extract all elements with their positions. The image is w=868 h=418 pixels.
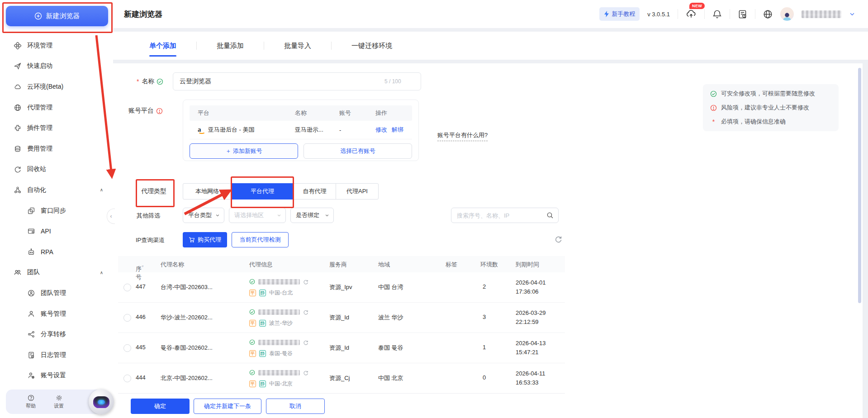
sidebar-item-api[interactable]: API (0, 221, 113, 242)
sidebar-item-plugin-management[interactable]: 插件管理 (0, 118, 113, 138)
amazon-icon: a (198, 126, 205, 134)
badge-static: 静 (259, 290, 266, 296)
proxy-type-own-proxy[interactable]: 自有代理 (293, 183, 336, 200)
row-radio[interactable] (123, 284, 131, 291)
tab-label: 批量导入 (284, 42, 311, 50)
cloud-sync-button[interactable]: NEW (686, 9, 697, 19)
sidebar-item-cloud-env[interactable]: 云环境(Beta) (0, 76, 113, 97)
chevron-down-icon (277, 213, 281, 218)
proxy-ok-icon (249, 309, 255, 315)
check-current-page-proxy-button[interactable]: 当前页代理检测 (232, 232, 289, 247)
tutorial-badge[interactable]: 新手教程 (599, 7, 640, 21)
refresh-list-icon[interactable] (555, 235, 562, 243)
row-radio[interactable] (123, 344, 131, 352)
buy-proxy-button[interactable]: 购买代理 (183, 232, 227, 247)
proxy-row[interactable]: 446 华沙-波兰-202602... 平 静 波兰-华沙 资源_Id 波兰 华… (118, 303, 565, 333)
confirm-and-next-button[interactable]: 确定并新建下一条 (194, 399, 261, 414)
chevron-up-icon[interactable]: ∧ (100, 270, 103, 275)
search-icon[interactable] (546, 212, 554, 219)
row-radio[interactable] (123, 375, 131, 382)
row-radio[interactable] (123, 314, 131, 322)
sidebar-item-label: 团队管理 (41, 289, 66, 297)
sidebar-item-account-settings[interactable]: 账号设置 (0, 366, 113, 386)
divider (704, 9, 705, 19)
badge-static: 静 (259, 320, 266, 327)
settings-button[interactable]: 设置 (54, 394, 64, 409)
proxy-row[interactable]: 444 北京-中国-202602... 平 静 中国-北京 资源_Cj 中国 北… (118, 363, 565, 394)
sidebar-item-rpa[interactable]: RPA (0, 242, 113, 262)
platform-field-label: 账号平台 (128, 107, 163, 115)
seg-label: 自有代理 (303, 187, 327, 195)
edit-link[interactable]: 修改 (375, 126, 387, 134)
sidebar-item-label: 窗口同步 (41, 207, 66, 215)
sidebar-item-quick-launch[interactable]: 快速启动 (0, 56, 113, 77)
sidebar-item-billing[interactable]: 费用管理 (0, 138, 113, 159)
sidebar-item-team[interactable]: 团队 ∧ (0, 262, 113, 283)
proxy-type-api[interactable]: 代理API (336, 183, 379, 200)
sidebar-item-window-sync[interactable]: 窗口同步 (0, 200, 113, 221)
choose-existing-account-button[interactable]: 选择已有账号 (304, 143, 412, 159)
sidebar-item-share-transfer[interactable]: 分享转移 (0, 324, 113, 345)
refresh-row-icon[interactable] (303, 340, 308, 345)
user-avatar[interactable] (780, 7, 794, 21)
row-region: 中国 台湾 (378, 283, 403, 291)
chevron-down-icon[interactable] (849, 11, 855, 17)
region-select[interactable]: 请选择地区 (229, 208, 286, 223)
new-badge: NEW (689, 3, 705, 9)
proxy-search-input[interactable] (456, 212, 546, 219)
recycle-icon (14, 166, 21, 173)
platform-help-link[interactable]: 账号平台有什么用? (437, 131, 488, 141)
sidebar-item-recycle-bin[interactable]: 回收站 (0, 159, 113, 180)
refresh-row-icon[interactable] (303, 279, 308, 285)
name-input[interactable] (173, 72, 421, 90)
sidebar-item-automation[interactable]: 自动化 ∧ (0, 180, 113, 200)
sidebar-item-proxy-management[interactable]: 代理管理 (0, 97, 113, 118)
row-env-count: 0 (483, 374, 486, 381)
cancel-button[interactable]: 取消 (266, 399, 325, 414)
team-icon (14, 269, 21, 276)
refresh-row-icon[interactable] (303, 370, 308, 375)
row-name: 北京-中国-202602... (161, 374, 213, 382)
tip-safe: 可安全修改项，可根据需要随意修改 (721, 90, 815, 98)
badge-platform: 平 (249, 320, 256, 327)
col-region: 地域 (378, 261, 390, 269)
cloud-upload-icon (686, 9, 697, 19)
unbind-link[interactable]: 解绑 (392, 126, 403, 134)
proxy-row[interactable]: 447 台湾-中国-202603... 平 静 中国-台北 资源_Ipv 中国 … (118, 272, 565, 303)
sidebar-item-label: 云环境(Beta) (27, 83, 63, 91)
sidebar-item-account-management[interactable]: 账号管理 (0, 304, 113, 324)
language-button[interactable] (763, 10, 773, 19)
row-provider: 资源_Ipv (329, 283, 352, 291)
vertical-scrollbar[interactable] (858, 68, 861, 303)
new-browser-button[interactable]: 新建浏览器 (6, 6, 108, 26)
bound-select[interactable]: 是否绑定 (290, 208, 334, 223)
plus-circle-icon (34, 12, 42, 20)
new-browser-label: 新建浏览器 (46, 12, 80, 20)
sidebar-item-team-management[interactable]: 团队管理 (0, 283, 113, 304)
col-account: 账号 (339, 109, 375, 117)
refresh-row-icon[interactable] (303, 309, 308, 315)
tab-one-click-migrate[interactable]: 一键迁移环境 (332, 32, 412, 60)
tab-single-add[interactable]: 单个添加 (129, 32, 196, 60)
sidebar-item-label: 回收站 (27, 165, 46, 173)
sidebar-item-log-management[interactable]: 日志管理 (0, 345, 113, 366)
help-button[interactable]: 帮助 (26, 394, 36, 409)
add-new-account-button[interactable]: ＋ 添加新账号 (190, 143, 298, 159)
tab-batch-add[interactable]: 批量添加 (197, 32, 264, 60)
operation-log-button[interactable] (738, 10, 747, 19)
proxy-row[interactable]: 445 曼谷-泰国-202602... 平 静 泰国-曼谷 资源_Id 泰国 曼… (118, 333, 565, 363)
proxy-type-platform-proxy[interactable]: 平台代理 (231, 183, 294, 200)
chevron-up-icon[interactable]: ∧ (100, 187, 103, 192)
badge-platform: 平 (249, 290, 256, 296)
proxy-type-local-network[interactable]: 本地网络 (183, 183, 232, 200)
platform-type-select[interactable]: 平台类型 (183, 208, 224, 223)
tab-batch-import[interactable]: 批量导入 (264, 32, 331, 60)
ip-channel-label: IP查询渠道 (136, 236, 165, 244)
notification-button[interactable] (712, 10, 722, 19)
confirm-button[interactable]: 确定 (131, 399, 190, 414)
automation-nodes-icon (14, 186, 21, 194)
log-doc-icon (28, 352, 35, 359)
assistant-robot-avatar[interactable] (89, 389, 114, 414)
sort-icon[interactable]: ▲▼ (138, 265, 144, 267)
sidebar-item-env-management[interactable]: 环境管理 (0, 35, 113, 56)
